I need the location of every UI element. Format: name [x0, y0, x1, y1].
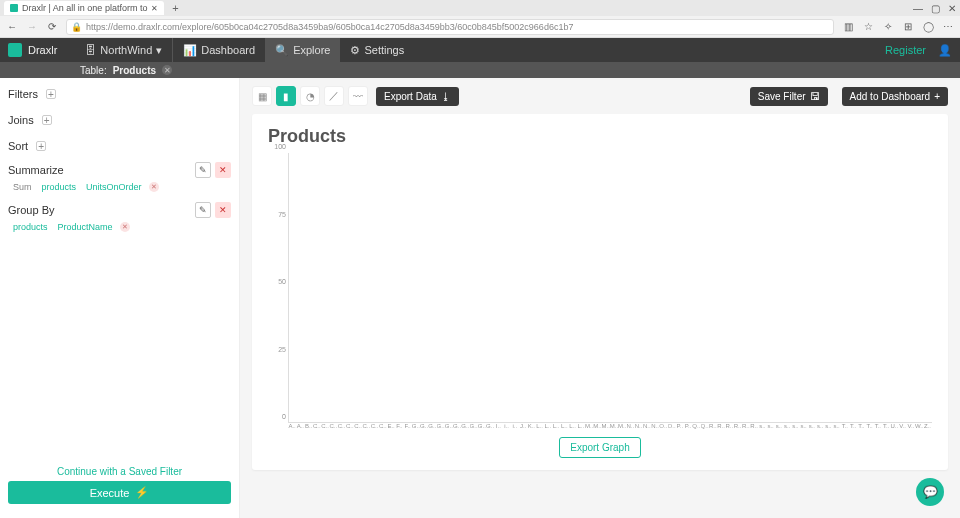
x-tick: L..	[560, 423, 568, 429]
x-tick: G..	[478, 423, 486, 429]
add-filter-icon[interactable]: +	[46, 89, 56, 99]
db-selector[interactable]: 🗄 NorthWind ▾	[75, 38, 172, 62]
x-tick: C..	[338, 423, 346, 429]
saved-filter-link[interactable]: Continue with a Saved Filter	[8, 466, 231, 477]
read-mode-icon[interactable]: ▥	[842, 21, 854, 33]
x-tick: T..	[857, 423, 865, 429]
edit-groupby-icon[interactable]: ✎	[195, 202, 211, 218]
execute-label: Execute	[90, 487, 130, 499]
x-tick: G..	[437, 423, 445, 429]
remove-groupby-chip-icon[interactable]: ✕	[120, 222, 130, 232]
x-tick: P..	[676, 423, 684, 429]
y-tick: 50	[278, 278, 286, 285]
x-tick: E..	[387, 423, 395, 429]
delete-summarize-icon[interactable]: ✕	[215, 162, 231, 178]
query-sidebar: Filters + Joins + Sort + Summarize ✎ ✕ S…	[0, 78, 240, 518]
save-filter-label: Save Filter	[758, 91, 806, 102]
browser-tab[interactable]: Draxlr | An all in one platform to ✕	[4, 1, 164, 15]
x-tick: M..	[610, 423, 618, 429]
export-graph-button[interactable]: Export Graph	[559, 437, 640, 458]
joins-label: Joins	[8, 114, 34, 126]
joins-section[interactable]: Joins +	[8, 110, 231, 130]
delete-groupby-icon[interactable]: ✕	[215, 202, 231, 218]
x-tick: i..	[511, 423, 519, 429]
favorite-icon[interactable]: ☆	[862, 21, 874, 33]
chart-title: Products	[268, 126, 932, 147]
export-data-label: Export Data	[384, 91, 437, 102]
groupby-col: ProductName	[55, 222, 116, 232]
groupby-chip[interactable]: products ProductName ✕	[8, 218, 231, 236]
extensions-icon[interactable]: ✧	[882, 21, 894, 33]
x-tick: R..	[725, 423, 733, 429]
back-icon[interactable]: ←	[6, 21, 18, 33]
x-tick: i..	[503, 423, 511, 429]
new-tab-button[interactable]: +	[168, 2, 182, 14]
user-icon[interactable]: 👤	[938, 44, 952, 57]
y-tick: 100	[274, 143, 286, 150]
x-tick: G..	[420, 423, 428, 429]
summarize-col: UnitsOnOrder	[83, 182, 145, 192]
x-tick: G..	[453, 423, 461, 429]
x-tick: V..	[899, 423, 907, 429]
export-data-button[interactable]: Export Data ⭳	[376, 87, 459, 106]
x-tick: T..	[849, 423, 857, 429]
x-tick: s..	[824, 423, 832, 429]
add-join-icon[interactable]: +	[42, 115, 52, 125]
forward-icon[interactable]: →	[26, 21, 38, 33]
chat-fab[interactable]: 💬	[916, 478, 944, 506]
close-icon[interactable]: ✕	[151, 4, 158, 13]
x-tick: R..	[709, 423, 717, 429]
x-tick: s..	[808, 423, 816, 429]
x-tick: L..	[577, 423, 585, 429]
chevron-down-icon: ▾	[156, 44, 162, 57]
summarize-agg: Sum	[10, 182, 35, 192]
x-tick: K..	[527, 423, 535, 429]
url-field[interactable]: 🔒 https://demo.draxlr.com/explore/605b0c…	[66, 19, 834, 35]
brand-name[interactable]: Draxlr	[28, 44, 57, 56]
x-tick: L..	[569, 423, 577, 429]
x-tick: F..	[395, 423, 403, 429]
reload-icon[interactable]: ⟳	[46, 21, 58, 33]
sort-section[interactable]: Sort +	[8, 136, 231, 156]
summarize-table: products	[39, 182, 80, 192]
x-tick: N..	[651, 423, 659, 429]
remove-summarize-chip-icon[interactable]: ✕	[149, 182, 159, 192]
table-close-icon[interactable]: ✕	[162, 65, 172, 75]
view-pie-icon[interactable]: ◔	[300, 86, 320, 106]
window-minimize[interactable]: —	[913, 3, 923, 14]
window-close[interactable]: ✕	[948, 3, 956, 14]
bolt-icon: ⚡	[135, 486, 149, 499]
more-icon[interactable]: ⋯	[942, 21, 954, 33]
x-tick: s..	[791, 423, 799, 429]
edit-summarize-icon[interactable]: ✎	[195, 162, 211, 178]
database-icon: 🗄	[85, 44, 96, 56]
filters-section[interactable]: Filters +	[8, 84, 231, 104]
collections-icon[interactable]: ⊞	[902, 21, 914, 33]
chart-card: Products 0255075100 A..A..B..C..C..C..C.…	[252, 114, 948, 470]
view-bar-icon[interactable]: ▮	[276, 86, 296, 106]
summarize-chip[interactable]: Sum products UnitsOnOrder ✕	[8, 178, 231, 196]
url-text: https://demo.draxlr.com/explore/605b0ca0…	[86, 22, 573, 32]
save-filter-button[interactable]: Save Filter 🖫	[750, 87, 828, 106]
y-tick: 0	[282, 413, 286, 420]
nav-dashboard[interactable]: 📊 Dashboard	[172, 38, 265, 62]
y-tick: 25	[278, 345, 286, 352]
register-link[interactable]: Register	[885, 44, 926, 56]
nav-explore[interactable]: 🔍 Explore	[265, 38, 340, 62]
plus-icon: +	[934, 91, 940, 102]
download-icon: ⭳	[441, 91, 451, 102]
nav-settings[interactable]: ⚙ Settings	[340, 38, 414, 62]
profile-icon[interactable]: ◯	[922, 21, 934, 33]
view-area-icon[interactable]: 〰	[348, 86, 368, 106]
view-table-icon[interactable]: ▦	[252, 86, 272, 106]
execute-button[interactable]: Execute ⚡	[8, 481, 231, 504]
add-sort-icon[interactable]: +	[36, 141, 46, 151]
view-line-icon[interactable]: ／	[324, 86, 344, 106]
x-tick: G..	[461, 423, 469, 429]
x-tick: R..	[717, 423, 725, 429]
browser-titlebar: Draxlr | An all in one platform to ✕ + —…	[0, 0, 960, 16]
add-dashboard-button[interactable]: Add to Dashboard +	[842, 87, 948, 106]
x-tick: O..	[668, 423, 676, 429]
x-tick: T..	[866, 423, 874, 429]
window-maximize[interactable]: ▢	[931, 3, 940, 14]
